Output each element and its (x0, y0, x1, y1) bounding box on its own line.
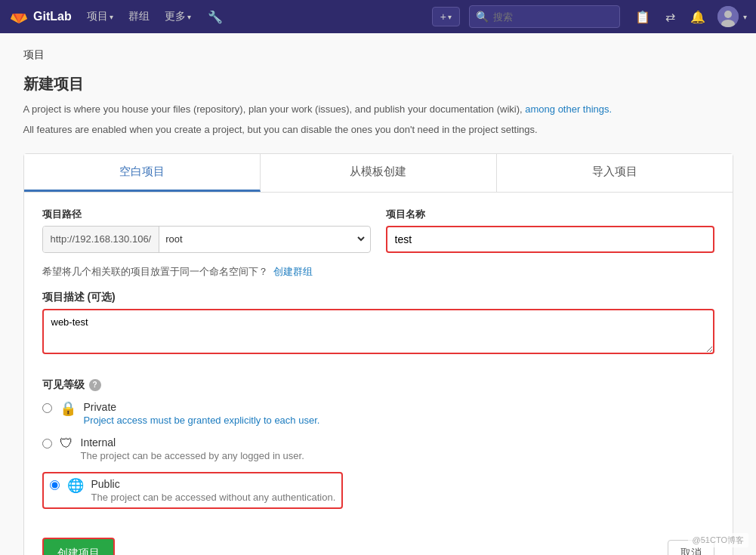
main-content: 项目 新建项目 A project is where you house you… (8, 33, 748, 555)
namespace-select-wrapper[interactable]: root (159, 227, 369, 252)
lock-icon: 🔒 (60, 400, 76, 417)
tab-from-template[interactable]: 从模板创建 (261, 154, 497, 192)
settings-icon[interactable]: 🔧 (200, 7, 230, 27)
intro-link[interactable]: among other things. (525, 103, 612, 115)
chevron-down-icon: ▾ (187, 13, 191, 21)
intro-text-1: A project is where you house your files … (23, 102, 733, 118)
visibility-internal-label: Internal (81, 436, 304, 449)
svg-point-7 (724, 11, 732, 18)
notification-icon[interactable]: 🔔 (684, 7, 711, 27)
project-path-group: 项目路径 http://192.168.130.106/ root (42, 208, 371, 253)
project-name-input[interactable] (386, 226, 714, 253)
visibility-public-radio[interactable] (50, 480, 60, 490)
gitlab-fox-icon (9, 7, 29, 26)
visibility-public-label: Public (91, 478, 336, 490)
tabs-row: 空白项目 从模板创建 导入项目 (24, 154, 733, 193)
project-form-container: 空白项目 从模板创建 导入项目 项目路径 http://192.168.130.… (23, 153, 733, 555)
tab-import-project[interactable]: 导入项目 (497, 154, 733, 192)
search-box[interactable]: 🔍 (469, 5, 620, 28)
project-description-group: 项目描述 (可选) (42, 291, 714, 354)
description-input[interactable] (42, 309, 714, 354)
namespace-helper: 希望将几个相关联的项目放置于同一个命名空间下？ 创建群组 (42, 265, 714, 279)
visibility-private-radio[interactable] (42, 403, 52, 413)
create-project-button[interactable]: 创建项目 (42, 538, 115, 555)
globe-icon: 🌐 (67, 477, 84, 494)
path-prefix: http://192.168.130.106/ (43, 227, 160, 252)
visibility-public-desc: The project can be accessed without any … (91, 492, 336, 503)
chevron-down-icon: ▾ (743, 13, 747, 21)
visibility-public-option: 🌐 Public The project can be accessed wit… (42, 472, 344, 509)
project-name-group: 项目名称 (386, 208, 714, 253)
breadcrumb: 项目 (23, 48, 733, 62)
project-name-label: 项目名称 (386, 208, 714, 221)
user-avatar[interactable] (717, 6, 739, 27)
merge-request-icon[interactable]: ⇄ (659, 7, 681, 27)
gitlab-logo-text: GitLab (33, 10, 72, 23)
page-title: 新建项目 (23, 74, 733, 94)
create-group-link[interactable]: 创建群组 (273, 266, 313, 277)
visibility-private-desc: Project access must be granted explicitl… (84, 415, 320, 426)
namespace-select[interactable]: root (162, 233, 366, 245)
visibility-internal-radio[interactable] (42, 439, 52, 449)
visibility-section: 可见等级 ? 🔒 Private Project access must be … (42, 378, 714, 520)
watermark: @51CTO博客 (688, 533, 748, 547)
path-input-group: http://192.168.130.106/ root (42, 226, 371, 253)
path-name-row: 项目路径 http://192.168.130.106/ root 项目名称 (42, 208, 714, 253)
visibility-public-content: Public The project can be accessed witho… (91, 478, 336, 503)
navbar: GitLab 项目 ▾ 群组 更多 ▾ 🔧 + ▾ 🔍 📋 ⇄ 🔔 ▾ (0, 0, 756, 33)
description-label: 项目描述 (可选) (42, 291, 714, 304)
project-form: 项目路径 http://192.168.130.106/ root 项目名称 (24, 193, 733, 555)
visibility-label: 可见等级 ? (42, 378, 714, 392)
visibility-internal-desc: The project can be accessed by any logge… (81, 450, 304, 461)
visibility-private-label: Private (84, 401, 320, 413)
avatar-icon (717, 6, 739, 27)
intro-text-2: All features are enabled when you create… (23, 122, 733, 138)
gitlab-logo[interactable]: GitLab (9, 7, 72, 26)
visibility-internal-option: 🛡 Internal The project can be accessed b… (42, 436, 714, 461)
nav-item-groups[interactable]: 群组 (122, 7, 156, 26)
shield-icon: 🛡 (60, 436, 73, 452)
project-path-label: 项目路径 (42, 208, 371, 221)
issue-counter-icon[interactable]: 📋 (629, 7, 656, 27)
new-item-button[interactable]: + ▾ (432, 7, 460, 26)
form-actions: 创建项目 取消 (42, 538, 714, 555)
search-input[interactable] (493, 11, 613, 23)
tab-blank-project[interactable]: 空白项目 (24, 154, 261, 192)
chevron-down-icon: ▾ (110, 13, 113, 21)
nav-item-projects[interactable]: 项目 ▾ (81, 7, 119, 26)
visibility-help-icon[interactable]: ? (89, 379, 101, 391)
visibility-private-option: 🔒 Private Project access must be granted… (42, 401, 714, 426)
visibility-private-content: Private Project access must be granted e… (84, 401, 320, 426)
chevron-down-icon: ▾ (448, 13, 452, 21)
search-icon: 🔍 (476, 11, 489, 23)
nav-item-more[interactable]: 更多 ▾ (159, 7, 197, 26)
visibility-internal-content: Internal The project can be accessed by … (81, 436, 304, 461)
